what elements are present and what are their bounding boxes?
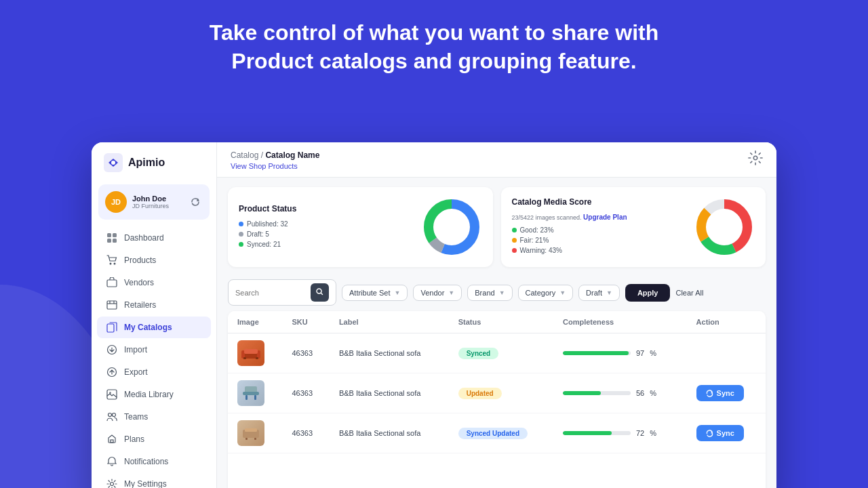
sidebar-label-my-settings: My Settings (124, 479, 167, 488)
completeness-bar: 72% (563, 429, 677, 437)
svg-point-14 (109, 392, 111, 394)
hero-line1: Take control of what you want to share w… (14, 19, 854, 47)
product-status-chart (421, 197, 482, 258)
svg-point-29 (709, 212, 739, 242)
svg-point-19 (753, 156, 757, 160)
label-cell: B&B Italia Sectional sofa (330, 413, 449, 453)
apply-button[interactable]: Apply (625, 284, 671, 302)
sidebar-item-import[interactable]: Import (97, 339, 211, 361)
notifications-icon (106, 456, 117, 467)
sync-icon (706, 390, 713, 397)
user-name: John Doe (132, 195, 182, 203)
product-status-card: Product Status Published: 32 Draft: 5 (228, 187, 493, 267)
teams-icon (106, 411, 117, 422)
svg-point-30 (317, 289, 321, 293)
sidebar-item-products[interactable]: Products (97, 249, 211, 271)
sidebar-label-vendors: Vendors (124, 278, 154, 287)
svg-rect-9 (107, 301, 117, 309)
legend-published: Published: 32 (239, 220, 410, 228)
svg-point-24 (437, 212, 467, 242)
sidebar-label-dashboard: Dashboard (124, 233, 164, 243)
catalogs-icon (106, 322, 117, 333)
svg-rect-42 (245, 428, 257, 432)
media-score-sub: 23/5422 images scanned. Upgrade Plan (512, 214, 684, 221)
category-dropdown[interactable]: Category ▼ (518, 285, 574, 301)
published-dot (239, 222, 243, 226)
view-shop-link[interactable]: View Shop Products (231, 162, 319, 170)
sync-button[interactable]: Sync (696, 425, 744, 441)
status-badge: Synced Updated (458, 428, 528, 439)
table-row: 46363 B&B Italia Sectional sofa Synced 9… (228, 333, 766, 373)
svg-point-6 (110, 263, 112, 265)
draft-dropdown[interactable]: Draft ▼ (578, 285, 620, 301)
svg-point-16 (113, 413, 116, 417)
settings-icon[interactable] (748, 150, 763, 165)
retailers-icon (106, 300, 117, 310)
completeness-bar: 97% (563, 349, 677, 357)
sidebar-item-notifications[interactable]: Notifications (97, 451, 211, 472)
sidebar-item-plans[interactable]: Plans (97, 428, 211, 450)
import-icon (106, 344, 117, 355)
progress-fill (563, 391, 601, 395)
svg-rect-39 (245, 395, 248, 400)
sidebar-label-export: Export (124, 367, 148, 377)
user-company: JD Furnitures (132, 203, 182, 209)
chevron-down-icon: ▼ (559, 289, 566, 296)
svg-rect-17 (111, 440, 113, 443)
sidebar-item-dashboard[interactable]: Dashboard (97, 227, 211, 249)
vendor-dropdown[interactable]: Vendor ▼ (413, 285, 462, 301)
upgrade-plan-link[interactable]: Upgrade Plan (583, 214, 627, 221)
label-cell: B&B Italia Sectional sofa (330, 333, 449, 373)
table-header-row: Image SKU Label Status Completeness Acti… (228, 311, 766, 333)
media-score-chart (694, 197, 755, 258)
search-input[interactable] (235, 289, 308, 297)
sidebar-label-plans: Plans (124, 434, 144, 444)
sidebar-item-export[interactable]: Export (97, 361, 211, 383)
progress-text: 97 (636, 349, 644, 357)
search-button[interactable] (311, 283, 329, 302)
media-library-icon (106, 389, 117, 400)
app-container: Apimio JD John Doe JD Furnitures (92, 142, 776, 488)
progress-text: 56 (636, 389, 644, 397)
svg-point-18 (111, 483, 114, 486)
sidebar-item-media-library[interactable]: Media Library (97, 384, 211, 405)
sidebar-item-teams[interactable]: Teams (97, 406, 211, 428)
sync-button[interactable]: Sync (696, 385, 744, 401)
sidebar-label-import: Import (124, 345, 147, 354)
search-icon (316, 288, 323, 296)
sidebar-item-my-settings[interactable]: My Settings (97, 473, 211, 488)
svg-rect-4 (107, 239, 111, 243)
legend-draft: Draft: 5 (239, 230, 410, 238)
table-row: 46363 B&B Italia Sectional sofa Synced U… (228, 413, 766, 453)
cards-row: Product Status Published: 32 Draft: 5 (217, 178, 776, 274)
sidebar-item-my-catalogs[interactable]: My Catalogs (97, 317, 211, 338)
fair-dot (512, 238, 517, 243)
table-row: 46363 B&B Italia Sectional sofa Updated … (228, 373, 766, 413)
clear-all-button[interactable]: Clear All (675, 289, 703, 297)
export-icon (106, 367, 117, 378)
legend-synced: Synced: 21 (239, 241, 410, 248)
status-badge: Synced (458, 348, 499, 359)
logo-icon (104, 153, 123, 172)
svg-rect-44 (254, 438, 256, 440)
brand-dropdown[interactable]: Brand ▼ (467, 285, 512, 301)
sidebar-label-teams: Teams (124, 412, 148, 422)
svg-rect-10 (107, 324, 114, 332)
col-completeness: Completeness (553, 311, 687, 333)
sidebar-label-products: Products (124, 256, 156, 265)
sync-icon[interactable] (188, 195, 203, 209)
svg-point-15 (108, 413, 112, 417)
chevron-down-icon: ▼ (606, 289, 612, 296)
search-box (228, 279, 336, 306)
legend-fair: Fair: 21% (512, 237, 684, 244)
warning-dot (512, 248, 517, 253)
svg-rect-43 (245, 438, 248, 440)
chevron-down-icon: ▼ (395, 289, 401, 296)
progress-fill (563, 351, 629, 355)
sidebar-item-retailers[interactable]: Retailers (97, 294, 211, 316)
sidebar-item-vendors[interactable]: Vendors (97, 272, 211, 293)
logo-area: Apimio (92, 142, 216, 180)
sidebar-label-my-catalogs: My Catalogs (124, 323, 172, 332)
attribute-set-dropdown[interactable]: Attribute Set ▼ (342, 285, 408, 301)
col-sku: SKU (283, 311, 330, 333)
